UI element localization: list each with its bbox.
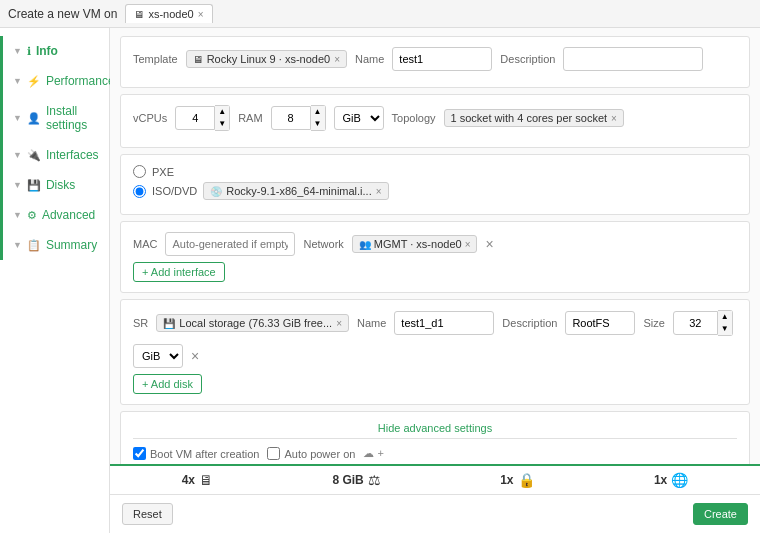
bottom-bar: Reset Create	[110, 494, 760, 533]
tab-close-icon[interactable]: ×	[198, 9, 204, 20]
disk-size-stepper[interactable]: ▲ ▼	[673, 310, 733, 336]
disks-icon-sidebar: 💾	[27, 179, 41, 192]
disk-description-label: Description	[502, 317, 557, 329]
network-icon: 👥	[359, 239, 371, 250]
sr-chip-close[interactable]: ×	[336, 318, 342, 329]
expand-icon-summary: ▼	[13, 240, 22, 250]
summary-bar: 4x 🖥 8 GiB ⚖ 1x 🔒 1x 🌐	[110, 464, 760, 494]
vcpus-down[interactable]: ▼	[215, 118, 229, 130]
description-label: Description	[500, 53, 555, 65]
sidebar-item-disks[interactable]: ▼ 💾 Disks	[0, 170, 109, 200]
summary-networks-icon: 🌐	[671, 472, 688, 488]
iso-chip: 💿 Rocky-9.1-x86_64-minimal.i... ×	[203, 182, 388, 200]
sidebar: ▼ ℹ Info ▼ ⚡ Performance ▼ 👤 Install set…	[0, 28, 110, 533]
page-title: Create a new VM on	[8, 7, 117, 21]
add-interface-button[interactable]: + Add interface	[133, 262, 225, 282]
template-chip: 🖥 Rocky Linux 9 · xs-node0 ×	[186, 50, 347, 68]
disk-down[interactable]: ▼	[718, 323, 732, 335]
ram-label: RAM	[238, 112, 262, 124]
template-chip-close[interactable]: ×	[334, 54, 340, 65]
ram-down[interactable]: ▼	[311, 118, 325, 130]
summary-ram: 8 GiB ⚖	[332, 472, 380, 488]
ram-unit-select[interactable]: GiB	[334, 106, 384, 130]
topology-label: Topology	[392, 112, 436, 124]
pxe-radio[interactable]	[133, 165, 146, 178]
disks-row: SR 💾 Local storage (76.33 GiB free... × …	[133, 310, 737, 368]
reset-button[interactable]: Reset	[122, 503, 173, 525]
auto-power-checkbox[interactable]	[267, 447, 280, 460]
advanced-icon-sidebar: ⚙	[27, 209, 37, 222]
iso-chip-icon: 💿	[210, 186, 222, 197]
sidebar-item-install[interactable]: ▼ 👤 Install settings	[0, 96, 109, 140]
vcpus-input[interactable]	[175, 106, 215, 130]
cloud-icon: ☁ +	[363, 447, 383, 460]
create-button[interactable]: Create	[693, 503, 748, 525]
vm-tab[interactable]: 🖥 xs-node0 ×	[125, 4, 212, 23]
disk-up[interactable]: ▲	[718, 311, 732, 323]
sr-label: SR	[133, 317, 148, 329]
summary-disks-icon: 🔒	[518, 472, 535, 488]
sidebar-item-interfaces[interactable]: ▼ 🔌 Interfaces	[0, 140, 109, 170]
description-input[interactable]	[563, 47, 703, 71]
ram-stepper[interactable]: ▲ ▼	[271, 105, 326, 131]
remove-interface-button[interactable]: ×	[485, 236, 493, 252]
mac-label: MAC	[133, 238, 157, 250]
disk-description-input[interactable]	[565, 311, 635, 335]
top-bar: Create a new VM on 🖥 xs-node0 ×	[0, 0, 760, 28]
vcpus-label: vCPUs	[133, 112, 167, 124]
topology-chip-value: 1 socket with 4 cores per socket	[451, 112, 608, 124]
sidebar-label-info: Info	[36, 44, 58, 58]
info-row: Template 🖥 Rocky Linux 9 · xs-node0 × Na…	[133, 47, 737, 71]
expand-icon-info: ▼	[13, 46, 22, 56]
sidebar-label-performance: Performance	[46, 74, 115, 88]
vcpus-up[interactable]: ▲	[215, 106, 229, 118]
main-layout: ▼ ℹ Info ▼ ⚡ Performance ▼ 👤 Install set…	[0, 28, 760, 533]
iso-row: ISO/DVD 💿 Rocky-9.1-x86_64-minimal.i... …	[133, 182, 737, 200]
network-chip: 👥 MGMT · xs-node0 ×	[352, 235, 478, 253]
interfaces-icon-sidebar: 🔌	[27, 149, 41, 162]
summary-content: 4x 🖥 8 GiB ⚖ 1x 🔒 1x 🌐	[122, 472, 748, 488]
sidebar-label-summary: Summary	[46, 238, 97, 252]
vcpus-stepper[interactable]: ▲ ▼	[175, 105, 230, 131]
template-chip-icon: 🖥	[193, 54, 203, 65]
vcpus-stepper-btns: ▲ ▼	[215, 105, 230, 131]
summary-disks: 1x 🔒	[500, 472, 534, 488]
network-value: MGMT · xs-node0	[374, 238, 462, 250]
performance-section: vCPUs ▲ ▼ RAM ▲ ▼	[120, 94, 750, 148]
summary-networks-value: 1x	[654, 473, 667, 487]
remove-disk-button[interactable]: ×	[191, 348, 199, 364]
boot-row: Boot VM after creation Auto power on ☁ +	[133, 447, 737, 460]
sidebar-item-advanced[interactable]: ▼ ⚙ Advanced	[0, 200, 109, 230]
ram-input[interactable]	[271, 106, 311, 130]
expand-icon-interfaces: ▼	[13, 150, 22, 160]
mac-input[interactable]	[165, 232, 295, 256]
disk-size-input[interactable]	[673, 311, 718, 335]
iso-radio[interactable]	[133, 185, 146, 198]
name-input[interactable]	[392, 47, 492, 71]
hide-advanced-label[interactable]: Hide advanced settings	[133, 422, 737, 439]
summary-vcpus-value: 4x	[182, 473, 195, 487]
add-disk-button[interactable]: + Add disk	[133, 374, 202, 394]
network-chip-close[interactable]: ×	[465, 239, 471, 250]
sidebar-item-info[interactable]: ▼ ℹ Info	[0, 36, 109, 66]
ram-up[interactable]: ▲	[311, 106, 325, 118]
summary-disks-value: 1x	[500, 473, 513, 487]
advanced-section: Hide advanced settings Boot VM after cre…	[120, 411, 750, 464]
sidebar-label-install: Install settings	[46, 104, 99, 132]
pxe-label: PXE	[152, 166, 174, 178]
ram-stepper-btns: ▲ ▼	[311, 105, 326, 131]
info-section: Template 🖥 Rocky Linux 9 · xs-node0 × Na…	[120, 36, 750, 88]
disk-size-unit-select[interactable]: GiB	[133, 344, 183, 368]
iso-chip-close[interactable]: ×	[376, 186, 382, 197]
boot-vm-checkbox[interactable]	[133, 447, 146, 460]
sidebar-item-performance[interactable]: ▼ ⚡ Performance	[0, 66, 109, 96]
performance-row: vCPUs ▲ ▼ RAM ▲ ▼	[133, 105, 737, 131]
sidebar-item-summary[interactable]: ▼ 📋 Summary	[0, 230, 109, 260]
sr-chip-value: Local storage (76.33 GiB free...	[179, 317, 332, 329]
sr-chip-icon: 💾	[163, 318, 175, 329]
disk-name-input[interactable]	[394, 311, 494, 335]
summary-ram-value: 8 GiB	[332, 473, 363, 487]
iso-label: ISO/DVD	[152, 185, 197, 197]
topology-chip-close[interactable]: ×	[611, 113, 617, 124]
disks-section: SR 💾 Local storage (76.33 GiB free... × …	[120, 299, 750, 405]
